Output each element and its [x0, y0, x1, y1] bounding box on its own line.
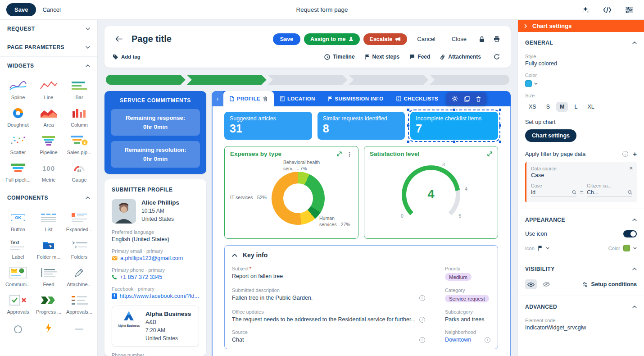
style-value[interactable]: Fully colored — [525, 60, 637, 67]
trash-icon[interactable] — [263, 96, 268, 101]
icon-picker[interactable]: Icon — [525, 245, 549, 251]
metric-tile-similar-requests[interactable]: Similar requests identified 8 — [317, 112, 405, 140]
component-label[interactable]: Text Label — [3, 239, 33, 260]
component-list[interactable]: List — [33, 212, 64, 232]
record-close-button[interactable]: Close — [445, 32, 473, 46]
setup-conditions-button[interactable]: Setup conditions — [582, 281, 637, 288]
selection-handle[interactable] — [499, 108, 502, 111]
component-approvals[interactable]: Approvals — [3, 294, 33, 315]
add-filter-button[interactable]: + — [633, 150, 637, 158]
selection-handle[interactable] — [499, 140, 502, 143]
widget-scatter[interactable]: Scatter — [3, 135, 33, 155]
service-commitments-widget[interactable]: SERVICE COMMITMENTS Remaining response: … — [104, 91, 206, 174]
size-option-xl[interactable]: XL — [584, 102, 598, 112]
widget-line[interactable]: Line — [33, 80, 64, 100]
attachments-link[interactable]: Attachments — [440, 54, 481, 60]
widget-metric[interactable]: 100 Metric — [33, 162, 64, 183]
expand-icon[interactable] — [487, 151, 492, 156]
stage-segment-2[interactable] — [187, 75, 267, 85]
element-copy-icon[interactable] — [464, 96, 470, 102]
priority-field[interactable]: Priority Medium — [445, 266, 490, 281]
stage-segment-4[interactable] — [349, 75, 428, 85]
widget-pipeline[interactable]: Pipeline — [33, 135, 64, 155]
timeline-link[interactable]: Timeline — [324, 54, 354, 60]
size-option-s[interactable]: S — [543, 102, 553, 112]
designer-cancel-button[interactable]: Cancel — [36, 3, 67, 16]
element-delete-icon[interactable] — [476, 96, 481, 102]
add-tag-button[interactable]: Add tag — [113, 54, 141, 60]
tab-scroll-left-button[interactable]: ‹ — [212, 91, 223, 106]
selection-handle[interactable] — [453, 108, 456, 111]
sidebar-section-components[interactable]: COMPONENTS — [0, 189, 97, 207]
sidebar-section-request[interactable]: REQUEST — [0, 20, 97, 38]
lock-icon[interactable] — [476, 34, 487, 44]
neighborhood-link[interactable]: Downtown — [445, 337, 481, 343]
collapse-chevron-icon[interactable] — [232, 254, 237, 257]
metric-tile-incomplete-checklist[interactable]: Incomplete checklist items 7 — [410, 112, 498, 140]
selection-handle[interactable] — [453, 140, 456, 143]
component-partial-2[interactable] — [33, 322, 64, 333]
filter-left-column[interactable]: Case Id — [531, 183, 576, 197]
submitter-phone-link[interactable]: +1 857 372 3345 — [120, 274, 162, 280]
office-updates-field[interactable]: Office updates The request needs to be a… — [232, 309, 425, 323]
assign-to-me-button[interactable]: Assign to me — [304, 33, 360, 45]
visible-icon[interactable] — [525, 279, 537, 289]
info-icon[interactable]: i — [485, 337, 490, 343]
icon-color-picker[interactable]: Color — [608, 245, 637, 251]
widget-gauge[interactable]: 88 Gauge — [64, 162, 95, 183]
page-settings-icon[interactable] — [625, 7, 633, 13]
satisfaction-level-chart[interactable]: Satisfaction level 4 0 3 — [364, 146, 498, 239]
widget-column[interactable]: Column — [64, 107, 95, 128]
component-progress-bar[interactable]: Progress ... — [33, 294, 64, 315]
subject-field[interactable]: Subject* Report on fallen tree — [232, 266, 425, 281]
filter-right-column[interactable]: Citizen ca... Ch... — [587, 183, 632, 197]
info-icon[interactable]: i — [419, 317, 425, 323]
back-arrow-icon[interactable] — [113, 34, 125, 44]
section-visibility[interactable]: VISIBILITY — [525, 258, 637, 274]
component-button[interactable]: OK Button — [3, 212, 33, 232]
selection-handle[interactable] — [499, 124, 502, 127]
size-option-l[interactable]: L — [571, 102, 581, 112]
chart-settings-button[interactable]: Chart settings — [525, 129, 576, 142]
widget-spline[interactable]: Spline — [3, 80, 33, 100]
info-icon[interactable]: i — [419, 337, 425, 343]
escalate-button[interactable]: Escalate — [363, 33, 408, 45]
widget-sales-pipeline[interactable]: $ Sales pip... — [64, 135, 95, 155]
stage-segment-1[interactable] — [106, 75, 186, 85]
designer-save-button[interactable]: Save — [6, 3, 36, 16]
record-save-button[interactable]: Save — [273, 33, 300, 45]
metric-tile-suggested-articles[interactable]: Suggested articles 31 — [224, 112, 312, 140]
submitter-name[interactable]: Alice Phillips — [141, 199, 179, 206]
component-expanded-list[interactable]: Expanded... — [64, 212, 95, 232]
selection-handle[interactable] — [407, 140, 410, 143]
tab-profile[interactable]: PROFILE — [223, 91, 274, 106]
gauge-graphic[interactable]: 4 0 3 4 5 — [402, 165, 460, 224]
component-attachments[interactable]: Attachme... — [64, 267, 95, 287]
data-source-value[interactable]: Case — [531, 172, 632, 178]
element-code-value[interactable]: IndicatorWidget_srvcgiw — [525, 324, 637, 331]
component-partial-1[interactable] — [3, 322, 33, 333]
size-option-m[interactable]: M — [556, 102, 568, 112]
color-picker[interactable] — [525, 80, 637, 87]
component-feed[interactable]: Feed — [33, 267, 64, 287]
subcategory-field[interactable]: Subcategory Parks and trees — [445, 309, 490, 323]
widget-bar[interactable]: Bar — [64, 80, 95, 100]
component-partial-3[interactable] — [64, 322, 95, 333]
info-icon[interactable]: i — [622, 151, 628, 157]
account-card[interactable]: Alpha Business Alpha Business A&B 7:20 A… — [112, 306, 199, 347]
submitted-description-field[interactable]: Submitted description Fallen tree in the… — [232, 288, 425, 302]
record-cancel-button[interactable]: Cancel — [411, 32, 441, 46]
selection-handle[interactable] — [407, 124, 410, 127]
stage-segment-5[interactable] — [430, 75, 509, 85]
component-communication[interactable]: Communi... — [3, 267, 33, 287]
next-steps-link[interactable]: Next steps — [365, 54, 400, 60]
tab-submission-info[interactable]: SUBMISSION INFO — [322, 91, 390, 106]
expand-icon[interactable] — [337, 151, 342, 156]
use-icon-toggle[interactable] — [623, 230, 637, 237]
sidebar-section-page-parameters[interactable]: PAGE PARAMETERS — [0, 38, 97, 57]
tab-location[interactable]: LOCATION — [274, 91, 322, 106]
tab-checklists[interactable]: CHECKLISTS — [390, 91, 444, 106]
settings-panel-header[interactable]: Chart settings — [518, 20, 644, 32]
submitter-email-link[interactable]: a.phillips123@gmail.com — [120, 255, 183, 261]
source-field[interactable]: Source Chati — [232, 329, 425, 343]
